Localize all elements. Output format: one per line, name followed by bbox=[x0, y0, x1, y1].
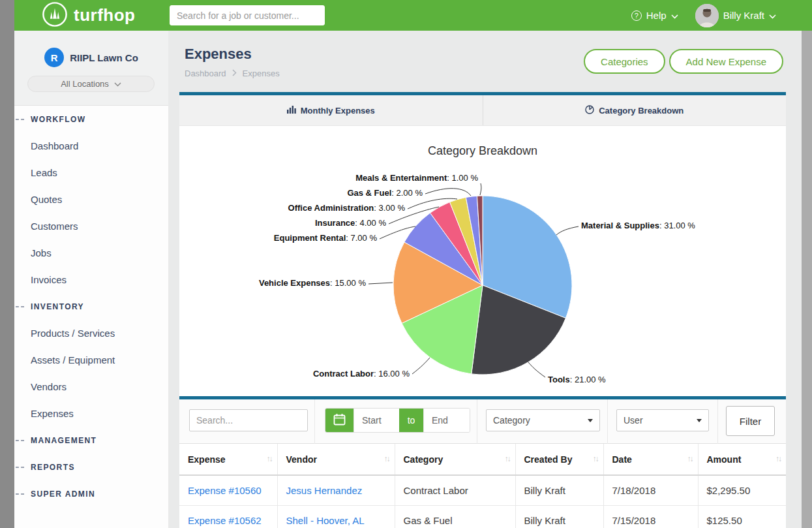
tab-monthly-expenses[interactable]: Monthly Expenses bbox=[179, 95, 483, 125]
column-header-created-by[interactable]: Created By↑↓ bbox=[515, 444, 603, 475]
sort-icon: ↑↓ bbox=[505, 454, 510, 463]
sidebar-item-invoices[interactable]: Invoices bbox=[14, 266, 168, 293]
table-body: Expense #10560Jesus HernandezContract La… bbox=[179, 475, 786, 528]
sidebar-item-assets-equipment[interactable]: Assets / Equipment bbox=[14, 347, 168, 373]
cell-created-by: Billy Kraft bbox=[515, 475, 603, 505]
global-search-input[interactable] bbox=[170, 5, 325, 25]
sort-icon: ↑↓ bbox=[775, 454, 781, 463]
sidebar-item-products-services[interactable]: Products / Services bbox=[14, 320, 168, 347]
cell-created-by: Billy Kraft bbox=[515, 505, 603, 528]
sort-icon: ↑↓ bbox=[384, 454, 389, 463]
label-connector bbox=[368, 283, 393, 284]
slice-label-meals-entertainment: Meals & Entertainment: 1.00 % bbox=[355, 173, 478, 183]
sidebar-section-super-admin[interactable]: SUPER ADMIN bbox=[14, 480, 168, 507]
sidebar-item-dashboard[interactable]: Dashboard bbox=[14, 132, 168, 159]
pie-chart-svg: Category BreakdownMaterial & Supplies: 3… bbox=[179, 126, 786, 396]
slice-label-material-supplies: Material & Supplies: 31.00 % bbox=[581, 221, 695, 230]
label-connector bbox=[528, 362, 545, 377]
cell-vendor[interactable]: Jesus Hernandez bbox=[277, 475, 395, 505]
location-selector[interactable]: All Locations bbox=[27, 76, 155, 92]
expenses-card: Monthly Expenses Category Breakdown Cate… bbox=[179, 92, 786, 528]
table-row: Expense #10560Jesus HernandezContract La… bbox=[179, 475, 786, 505]
sidebar-item-quotes[interactable]: Quotes bbox=[14, 186, 168, 213]
dashes-icon bbox=[16, 119, 24, 120]
label-connector bbox=[425, 189, 471, 196]
label-connector bbox=[412, 358, 430, 374]
breadcrumb-dashboard[interactable]: Dashboard bbox=[185, 69, 226, 78]
filter-divider bbox=[477, 399, 477, 444]
chevron-down-icon bbox=[671, 10, 678, 21]
sidebar-item-customers[interactable]: Customers bbox=[14, 213, 168, 240]
company: R RIIPL Lawn Co bbox=[14, 31, 168, 67]
dashes-icon bbox=[16, 306, 24, 307]
sidebar-item-leads[interactable]: Leads bbox=[14, 159, 168, 186]
tab-category-breakdown-label: Category Breakdown bbox=[599, 106, 684, 116]
sort-icon: ↑↓ bbox=[593, 454, 598, 463]
column-header-vendor[interactable]: Vendor↑↓ bbox=[277, 444, 395, 475]
user-menu[interactable]: Billy Kraft bbox=[695, 4, 776, 27]
topbar-right: ? Help Billy Kraft bbox=[631, 0, 776, 31]
top-bar: turfhop ? Help Bill bbox=[14, 0, 812, 31]
category-breakdown-chart: Category BreakdownMaterial & Supplies: 3… bbox=[179, 126, 786, 396]
filter-divider bbox=[607, 399, 608, 444]
slice-label-contract-labor: Contract Labor: 16.00 % bbox=[313, 369, 410, 379]
table-row: Expense #10562Shell - Hoover, ALGas & Fu… bbox=[179, 505, 786, 528]
chart-tabs: Monthly Expenses Category Breakdown bbox=[179, 95, 786, 126]
sidebar-section-reports[interactable]: REPORTS bbox=[14, 454, 168, 480]
chevron-down-icon bbox=[769, 10, 776, 21]
date-end-input[interactable] bbox=[423, 409, 470, 432]
cell-expense[interactable]: Expense #10562 bbox=[179, 505, 277, 528]
sidebar-item-jobs[interactable]: Jobs bbox=[14, 240, 168, 266]
sidebar-item-expenses[interactable]: Expenses bbox=[14, 400, 168, 427]
sidebar-section-workflow[interactable]: WORKFLOW bbox=[14, 106, 168, 132]
cell-date: 7/15/2018 bbox=[603, 505, 698, 528]
sidebar-section-inventory[interactable]: INVENTORY bbox=[14, 293, 168, 320]
slice-label-vehicle-expenses: Vehicle Expenses: 15.00 % bbox=[259, 278, 366, 288]
date-start-input[interactable] bbox=[353, 409, 399, 432]
scrollbar-track[interactable] bbox=[802, 31, 812, 528]
brand-name: turfhop bbox=[74, 5, 135, 25]
sidebar-section-label: SUPER ADMIN bbox=[31, 489, 95, 499]
location-selector-label: All Locations bbox=[61, 79, 109, 89]
breadcrumb-expenses[interactable]: Expenses bbox=[243, 69, 280, 78]
sidebar-section-management[interactable]: MANAGEMENT bbox=[14, 427, 168, 454]
cell-expense[interactable]: Expense #10560 bbox=[179, 475, 277, 505]
turfhop-grass-icon bbox=[42, 1, 68, 30]
sidebar-company-panel: R RIIPL Lawn Co All Locations bbox=[14, 31, 168, 106]
tab-category-breakdown[interactable]: Category Breakdown bbox=[483, 95, 787, 125]
help-menu[interactable]: ? Help bbox=[631, 10, 678, 21]
dashes-icon bbox=[16, 467, 24, 468]
sidebar-section-label: WORKFLOW bbox=[31, 115, 86, 124]
column-header-expense[interactable]: Expense↑↓ bbox=[179, 444, 277, 475]
date-range-picker: to bbox=[325, 408, 470, 433]
calendar-icon bbox=[333, 413, 346, 427]
category-select[interactable]: Category bbox=[486, 409, 600, 431]
caret-down-icon bbox=[588, 419, 593, 422]
avatar bbox=[695, 4, 719, 27]
cell-category: Contract Labor bbox=[395, 475, 515, 505]
add-new-expense-button[interactable]: Add New Expense bbox=[669, 49, 783, 74]
pie-chart-icon bbox=[585, 105, 594, 116]
column-header-date[interactable]: Date↑↓ bbox=[603, 444, 698, 475]
cell-date: 7/18/2018 bbox=[603, 475, 698, 505]
chevron-down-icon bbox=[114, 79, 121, 89]
caret-down-icon bbox=[697, 419, 702, 422]
table-search-input[interactable] bbox=[189, 409, 308, 431]
sidebar-item-vendors[interactable]: Vendors bbox=[14, 373, 168, 400]
user-select[interactable]: User bbox=[616, 409, 709, 431]
sort-icon: ↑↓ bbox=[267, 454, 272, 463]
filter-button[interactable]: Filter bbox=[726, 406, 775, 436]
sidebar-nav: WORKFLOWDashboardLeadsQuotesCustomersJob… bbox=[14, 106, 168, 507]
categories-button[interactable]: Categories bbox=[584, 49, 665, 74]
filter-divider bbox=[314, 399, 315, 444]
brand-logo[interactable]: turfhop bbox=[42, 0, 135, 31]
calendar-button[interactable] bbox=[325, 409, 353, 432]
column-header-category[interactable]: Category↑↓ bbox=[395, 444, 515, 475]
company-name: RIIPL Lawn Co bbox=[70, 52, 138, 63]
sidebar-section-label: REPORTS bbox=[31, 463, 75, 472]
column-header-amount[interactable]: Amount↑↓ bbox=[698, 444, 786, 475]
expenses-table: Expense↑↓Vendor↑↓Category↑↓Created By↑↓D… bbox=[179, 444, 786, 528]
sort-icon: ↑↓ bbox=[687, 454, 693, 463]
sidebar-section-label: INVENTORY bbox=[31, 302, 84, 311]
cell-vendor[interactable]: Shell - Hoover, AL bbox=[277, 505, 395, 528]
